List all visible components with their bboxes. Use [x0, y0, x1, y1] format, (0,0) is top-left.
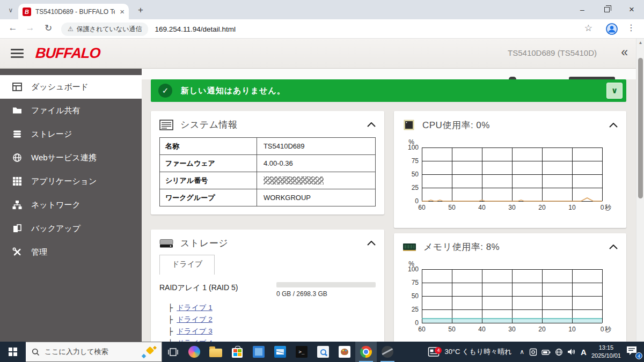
- forward-button[interactable]: →: [24, 23, 36, 33]
- sidebar-item-file-sharing[interactable]: ファイル共有: [0, 99, 142, 122]
- search-app-button[interactable]: [312, 342, 334, 362]
- drive-link-1[interactable]: ドライブ 1: [177, 303, 213, 313]
- task-view-button[interactable]: [162, 342, 184, 362]
- svg-text:50: 50: [448, 326, 456, 333]
- notification-expand-button[interactable]: ∨: [606, 83, 623, 99]
- sidebar-item-network[interactable]: ネットワーク: [0, 193, 142, 217]
- tab-drives[interactable]: ドライブ: [159, 255, 215, 275]
- browser-tab[interactable]: B TS5410D689 - BUFFALO TeraSt ×: [18, 4, 129, 19]
- sidebar-item-label: ファイル共有: [31, 106, 80, 116]
- nas-app-button[interactable]: [377, 342, 398, 362]
- collapse-card-icon[interactable]: [609, 123, 618, 128]
- svg-text:60: 60: [418, 204, 426, 211]
- start-button[interactable]: [0, 342, 26, 362]
- partial-button: [569, 77, 615, 79]
- warning-icon: ⚠: [68, 25, 74, 33]
- svg-text:50: 50: [448, 204, 456, 211]
- row-value: [257, 172, 375, 189]
- sidebar-item-storage[interactable]: ストレージ: [0, 122, 142, 146]
- memory-ram-icon: [402, 243, 416, 252]
- mail-icon: [274, 346, 286, 358]
- svg-text:40: 40: [478, 204, 486, 211]
- list-item: ├ドライブ 3: [168, 327, 376, 336]
- browser-menu-icon[interactable]: ⋮: [627, 23, 635, 33]
- collapse-panel-icon[interactable]: «: [621, 45, 628, 60]
- file-explorer-icon: [209, 349, 222, 357]
- file-explorer-button[interactable]: [205, 342, 226, 362]
- new-tab-button[interactable]: +: [134, 4, 147, 17]
- card-title: メモリ使用率: 8%: [423, 241, 500, 253]
- card-title: ストレージ: [180, 237, 228, 249]
- raid-usage-bar: [276, 282, 376, 287]
- backup-icon: [12, 223, 23, 234]
- svg-text:25: 25: [412, 306, 419, 313]
- device-label: TS5410D689 (TS5410D): [508, 48, 597, 57]
- paint-app-icon: [339, 346, 350, 358]
- photos-app-button[interactable]: [248, 342, 269, 362]
- tray-app-icon[interactable]: [529, 348, 537, 356]
- network-globe-icon[interactable]: [555, 348, 563, 356]
- svg-text:0: 0: [415, 197, 419, 205]
- svg-text:75: 75: [412, 279, 419, 286]
- close-button[interactable]: ×: [619, 0, 644, 19]
- browser-tab-strip: ∨ B TS5410D689 - BUFFALO TeraSt × + – ×: [0, 0, 644, 19]
- buffalo-logo: BUFFALO: [35, 45, 101, 62]
- sidebar-item-label: Webサービス連携: [31, 153, 97, 163]
- drive-link-2[interactable]: ドライブ 2: [177, 315, 213, 324]
- battery-icon[interactable]: [541, 349, 551, 356]
- system-info-table: 名称TS5410D689 ファームウェア4.00-0.36 シリアル番号 ワーク…: [159, 137, 376, 206]
- terminal-icon: >_: [296, 346, 308, 358]
- restore-button[interactable]: [595, 0, 619, 19]
- sidebar-item-admin[interactable]: 管理: [0, 240, 142, 264]
- tab-search-button[interactable]: ∨: [5, 5, 16, 16]
- row-label: ファームウェア: [160, 155, 257, 172]
- sidebar-item-web-services[interactable]: Webサービス連携: [0, 146, 142, 169]
- scrollbar-thumb[interactable]: [638, 58, 643, 198]
- tray-expand-chevron[interactable]: ∧: [519, 348, 524, 356]
- taskbar-clock[interactable]: 13:15 2025/10/01: [591, 344, 621, 360]
- news-widget-button[interactable]: 4: [428, 346, 440, 358]
- drive-link-3[interactable]: ドライブ 3: [177, 327, 213, 336]
- scrollbar[interactable]: ▲: [636, 39, 644, 342]
- tab-title: TS5410D689 - BUFFALO TeraSt: [35, 8, 115, 16]
- hamburger-menu-icon[interactable]: [11, 49, 24, 60]
- system-tray: [529, 348, 576, 356]
- weather-text[interactable]: 30°C くもり時々晴れ: [444, 347, 511, 357]
- globe-icon: [12, 152, 23, 163]
- back-button[interactable]: ←: [6, 23, 19, 33]
- collapse-card-icon[interactable]: [367, 241, 376, 246]
- search-app-icon: [317, 346, 329, 358]
- avatar-icon: [605, 23, 618, 35]
- window-controls: – ×: [570, 0, 644, 19]
- speaker-icon[interactable]: [567, 348, 576, 356]
- paint-app-button[interactable]: [334, 342, 355, 362]
- scrollbar-up-arrow[interactable]: ▲: [636, 40, 644, 45]
- security-chip[interactable]: ⚠ 保護されていない通信: [61, 23, 148, 36]
- windows-taskbar: ここに入力して検索 >_ 4 30°C くもり時々晴れ ∧: [0, 342, 644, 362]
- table-row: シリアル番号: [160, 172, 376, 189]
- action-center-button[interactable]: 4: [626, 345, 640, 358]
- sidebar-item-dashboard[interactable]: ダッシュボード: [0, 75, 142, 99]
- profile-avatar[interactable]: [605, 23, 618, 35]
- terminal-button[interactable]: >_: [291, 342, 312, 362]
- system-info-card: システム情報 名称TS5410D689 ファームウェア4.00-0.36 シリア…: [151, 111, 384, 215]
- tab-close-icon[interactable]: ×: [120, 8, 125, 16]
- collapse-card-icon[interactable]: [367, 122, 376, 127]
- address-bar[interactable]: ⚠ 保護されていない通信 169.254.11.94/detail.html: [58, 21, 581, 36]
- svg-text:20: 20: [538, 326, 546, 333]
- ime-indicator[interactable]: A: [581, 348, 587, 357]
- copilot-button[interactable]: [184, 342, 205, 362]
- sidebar-item-backup[interactable]: バックアップ: [0, 217, 142, 240]
- reload-button[interactable]: ↻: [42, 23, 55, 34]
- bookmark-star-icon[interactable]: ☆: [584, 23, 592, 34]
- collapse-card-icon[interactable]: [609, 245, 618, 249]
- taskbar-search-input[interactable]: ここに入力して検索: [26, 342, 162, 362]
- chrome-button[interactable]: [355, 342, 377, 362]
- minimize-button[interactable]: –: [570, 0, 595, 19]
- search-highlights-icon[interactable]: [142, 346, 156, 358]
- app-header: BUFFALO TS5410D689 (TS5410D) «: [0, 39, 644, 69]
- mail-app-button[interactable]: [269, 342, 291, 362]
- sidebar-item-applications[interactable]: アプリケーション: [0, 169, 142, 193]
- ms-store-button[interactable]: [226, 342, 248, 362]
- nas-navigator-icon: [382, 346, 393, 358]
